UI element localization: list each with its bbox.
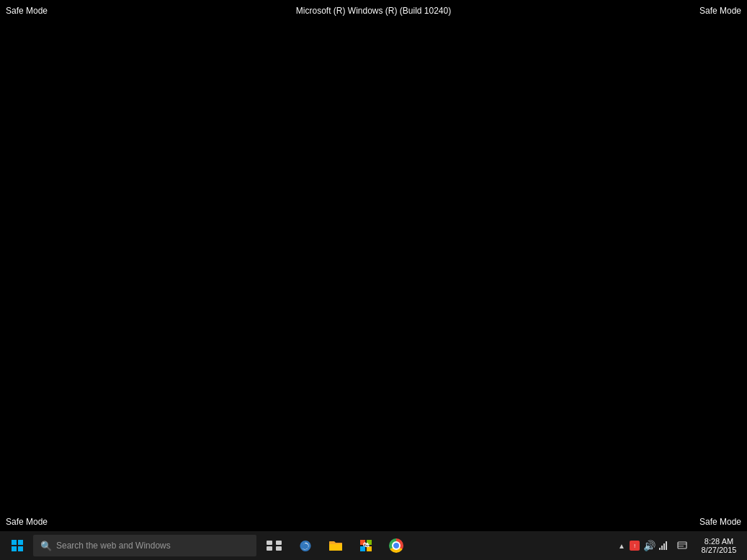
network-tray-icon[interactable] [656,531,671,560]
clock-area[interactable]: 8:28 AM 8/27/2015 [694,531,744,560]
safe-mode-topleft: Safe Mode [6,6,48,16]
svg-rect-2 [12,546,17,551]
svg-rect-1 [18,540,23,545]
desktop [0,0,747,531]
search-placeholder-text: Search the web and Windows [56,541,171,551]
svg-rect-10 [659,548,661,550]
taskbar-pinned-icons: 🛍 [291,531,411,560]
security-tray-icon[interactable]: ! [627,531,642,560]
network-icon [658,541,668,551]
svg-text:🛍: 🛍 [363,541,370,548]
file-explorer-taskbar-icon[interactable] [321,531,350,560]
windows-build-title: Microsoft (R) Windows (R) (Build 10240) [296,6,451,16]
svg-rect-12 [663,543,665,550]
store-taskbar-icon[interactable]: 🛍 [352,531,380,560]
security-alert-icon: ! [630,541,640,551]
svg-rect-13 [666,541,667,550]
clock-date: 8/27/2015 [702,546,737,554]
action-center-button[interactable] [671,531,694,560]
safe-mode-topright: Safe Mode [699,6,741,16]
taskbar: 🔍 Search the web and Windows [0,531,747,560]
folder-icon [328,539,343,552]
svg-rect-15 [678,543,686,545]
system-tray: ▲ ! 🔊 8:28 [616,531,744,560]
clock-time: 8:28 AM [704,537,733,546]
show-hidden-icons-button[interactable]: ▲ [616,531,627,560]
edge-logo-icon [298,538,313,553]
svg-rect-3 [18,546,23,551]
start-button[interactable] [3,531,32,560]
svg-rect-4 [329,544,342,551]
windows-logo-icon [12,540,23,551]
notification-icon [677,541,687,551]
svg-rect-16 [678,546,684,547]
task-view-icon [267,541,282,551]
search-icon: 🔍 [40,541,52,551]
svg-rect-0 [12,540,17,545]
store-icon: 🛍 [359,538,373,553]
volume-icon: 🔊 [643,540,656,551]
svg-rect-11 [661,546,663,550]
edge-taskbar-icon[interactable] [291,531,320,560]
safe-mode-bottomright: Safe Mode [699,517,741,527]
search-box[interactable]: 🔍 Search the web and Windows [33,535,256,556]
task-view-button[interactable] [259,531,288,560]
volume-tray-icon[interactable]: 🔊 [642,531,656,560]
safe-mode-bottomleft: Safe Mode [6,517,48,527]
svg-rect-14 [678,542,686,548]
chrome-logo-icon [389,538,403,553]
chevron-up-icon: ▲ [618,542,625,550]
chrome-taskbar-icon[interactable] [382,531,411,560]
